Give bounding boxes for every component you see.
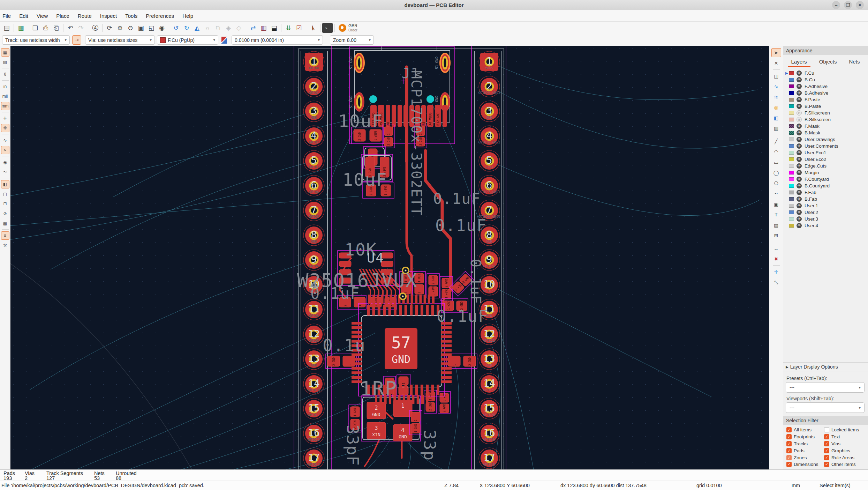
layer-color-swatch[interactable] <box>789 71 794 75</box>
restore-button[interactable]: ❐ <box>844 1 852 9</box>
layer-color-swatch[interactable] <box>789 91 794 95</box>
curved-ratsnest-icon[interactable]: ≈ <box>1 146 9 154</box>
plot-button[interactable]: ⎗ <box>51 23 61 33</box>
filter-rule-areas[interactable]: ✓ Rule Areas <box>824 454 865 461</box>
eye-icon[interactable]: 👁 <box>797 203 802 208</box>
layer-row-f-courtyard[interactable]: 👁 F.Courtyard <box>783 176 868 183</box>
checkbox-icon[interactable]: ✓ <box>824 434 829 439</box>
checkbox-icon[interactable] <box>824 427 829 432</box>
measure-icon[interactable]: ⤡ <box>771 278 781 287</box>
page-settings-button[interactable]: ❏ <box>30 23 40 33</box>
menu-item-edit[interactable]: Edit <box>19 13 28 19</box>
layer-row-user-drawings[interactable]: 👁 User.Drawings <box>783 136 868 143</box>
checkbox-icon[interactable]: ✓ <box>786 434 792 439</box>
layer-color-swatch[interactable] <box>789 118 794 121</box>
viewports-dropdown[interactable]: ---▾ <box>786 402 865 413</box>
filter-vias[interactable]: ✓ Vias <box>824 440 865 447</box>
checkbox-icon[interactable]: ✓ <box>824 462 829 467</box>
properties-panel-icon[interactable]: ⚒ <box>1 241 9 250</box>
eye-icon[interactable]: 👁 <box>797 223 802 228</box>
library-browser-button[interactable]: ▥ <box>258 23 269 33</box>
layer-color-swatch[interactable] <box>789 224 794 228</box>
pcb-canvas[interactable]: S1 GNDS1 GNDS1 GNDS1 GNDA12 GNDA9 VBUSA8… <box>10 46 769 469</box>
menu-item-route[interactable]: Route <box>78 13 92 19</box>
layer-row-f-adhesive[interactable]: 👁 F.Adhesive <box>783 83 868 90</box>
unlock-button[interactable]: ◇ <box>234 23 244 33</box>
filter-locked-items[interactable]: Locked items <box>824 426 865 433</box>
eye-icon[interactable]: 👁 <box>797 104 802 109</box>
layer-color-swatch[interactable] <box>789 124 794 128</box>
layer-row-f-paste[interactable]: 👁 F.Paste <box>783 96 868 103</box>
filter-tracks[interactable]: ✓ Tracks <box>786 440 824 447</box>
layer-row-user-3[interactable]: 👁 User.3 <box>783 216 868 222</box>
route-tracks-icon[interactable]: ∿ <box>771 82 781 91</box>
eye-icon[interactable]: 👁 <box>797 210 802 215</box>
zoom-dropdown[interactable]: Zoom 8.00▾ <box>330 35 374 45</box>
filter-dimensions[interactable]: ✓ Dimensions <box>786 461 824 468</box>
select-tool-icon[interactable]: ➤ <box>771 48 781 57</box>
eye-icon[interactable]: 👁 <box>797 177 802 182</box>
eye-icon[interactable]: 👁 <box>797 157 802 162</box>
layer-row-user-1[interactable]: 👁 User.1 <box>783 202 868 209</box>
layer-color-swatch[interactable] <box>789 191 794 194</box>
menu-item-view[interactable]: View <box>37 13 48 19</box>
active-layer-dropdown[interactable]: F.Cu (PgUp)▾ <box>157 35 218 45</box>
eye-icon[interactable]: 👁 <box>797 84 802 89</box>
zoom-fit-button[interactable]: ▣ <box>136 23 146 33</box>
layer-row-margin[interactable]: 👁 Margin <box>783 169 868 176</box>
layer-color-swatch[interactable] <box>789 131 794 135</box>
menu-item-tools[interactable]: Tools <box>125 13 137 19</box>
layer-row-b-paste[interactable]: 👁 B.Paste <box>783 103 868 110</box>
layer-color-swatch[interactable] <box>789 171 794 175</box>
layer-row-user-eco2[interactable]: 👁 User.Eco2 <box>783 156 868 163</box>
inactive-layers-icon[interactable]: ▩ <box>1 219 9 228</box>
grid-dropdown[interactable]: 0.0100 mm (0.0004 in)▾ <box>232 35 323 45</box>
titlebar[interactable]: devboard — PCB Editor – ❐ ✕ <box>0 0 868 10</box>
delete-tool-icon[interactable]: ✖ <box>771 254 781 263</box>
checkbox-icon[interactable]: ✓ <box>786 427 792 432</box>
checkbox-icon[interactable]: ✓ <box>786 441 792 446</box>
swap-layers-button[interactable]: ⇄ <box>248 23 258 33</box>
rotate-ccw-button[interactable]: ↺ <box>171 23 181 33</box>
draw-rectangle-icon[interactable]: ▭ <box>771 158 781 167</box>
add-via-icon[interactable]: ◎ <box>771 103 781 112</box>
eye-icon[interactable]: 👁 <box>797 124 802 129</box>
eye-icon[interactable]: 👁 <box>797 137 802 142</box>
layer-row-b-cu[interactable]: 👁 B.Cu <box>783 76 868 83</box>
eye-icon[interactable]: 👁 <box>797 70 802 76</box>
checkbox-icon[interactable]: ✓ <box>786 448 792 453</box>
layer-row-f-fab[interactable]: 👁 F.Fab <box>783 189 868 196</box>
cursor-crosshair-icon[interactable]: ✛ <box>1 114 9 122</box>
layer-row-f-silkscreen[interactable]: ⊘ F.Silkscreen <box>783 110 868 116</box>
layer-color-swatch[interactable] <box>789 177 794 181</box>
save-button[interactable]: ▤ <box>1 23 12 33</box>
checkbox-icon[interactable]: ✓ <box>824 455 829 460</box>
zoom-objects-button[interactable]: ◱ <box>146 23 157 33</box>
find-button[interactable]: Ⓐ <box>90 23 100 33</box>
filter-other-items[interactable]: ✓ Other items <box>824 461 865 468</box>
layer-color-swatch[interactable] <box>789 98 794 102</box>
pcb-board-drawing[interactable]: S1 GNDS1 GNDS1 GNDS1 GNDA12 GNDA9 VBUSA8… <box>10 46 769 469</box>
tab-nets[interactable]: Nets <box>848 57 861 67</box>
filter-footprints[interactable]: ✓ Footprints <box>786 433 824 440</box>
flip-button[interactable]: ◭ <box>192 23 202 33</box>
layer-color-swatch[interactable] <box>789 104 794 108</box>
add-text-icon[interactable]: T <box>771 210 781 219</box>
add-image-icon[interactable]: ▣ <box>771 200 781 209</box>
polar-coords-icon[interactable]: θ <box>1 70 9 79</box>
layer-row-b-adhesive[interactable]: 👁 B.Adhesive <box>783 90 868 96</box>
eye-icon[interactable]: 👁 <box>797 90 802 96</box>
appearance-panel-icon[interactable]: ≡ <box>1 231 9 240</box>
lock-button[interactable]: ◈ <box>223 23 234 33</box>
tab-layers[interactable]: Layers <box>790 57 808 67</box>
eye-icon[interactable]: 👁 <box>797 77 802 82</box>
gbr-order-plugin-button[interactable]: GBROrder <box>339 24 357 32</box>
layer-color-swatch[interactable] <box>789 111 794 115</box>
units-mm-icon[interactable]: mm <box>1 102 9 110</box>
layer-color-swatch[interactable] <box>789 210 794 214</box>
units-inches-icon[interactable]: in <box>1 82 9 91</box>
presets-dropdown[interactable]: ---▾ <box>786 382 865 393</box>
layer-color-swatch[interactable] <box>789 217 794 221</box>
menu-item-help[interactable]: Help <box>182 13 193 19</box>
eye-icon[interactable]: 👁 <box>797 150 802 155</box>
